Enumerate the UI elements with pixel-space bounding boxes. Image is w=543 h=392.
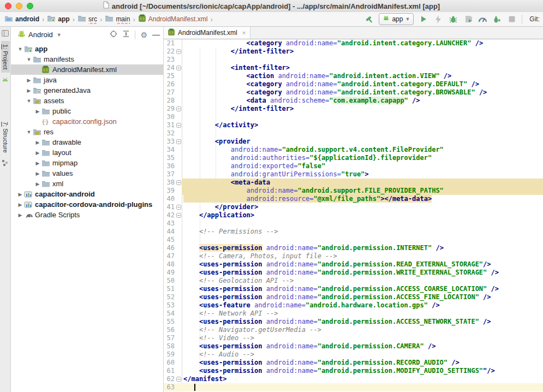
code-line-25[interactable]: 25 <action android:name="android.intent.…	[164, 72, 543, 80]
code-line-50[interactable]: 50 <!-- Geolocation API -->	[164, 277, 543, 285]
tree-item-res[interactable]: ▼res	[11, 127, 163, 137]
code-line-34[interactable]: 34 android:name="android.support.v4.cont…	[164, 146, 543, 154]
fold-marker-icon[interactable]	[175, 179, 182, 187]
code-line-60[interactable]: 60 <uses-permission android:name="androi…	[164, 359, 543, 367]
run-button[interactable]	[419, 14, 428, 24]
collapsed-arrow-icon[interactable]: ▶	[16, 192, 24, 197]
collapse-all-icon[interactable]	[122, 30, 130, 40]
close-tab-icon[interactable]: ×	[242, 29, 246, 36]
code-line-47[interactable]: 47 <!-- Camera, Photos, input file -->	[164, 252, 543, 260]
breadcrumb-item-androidmanifest-xml[interactable]: AndroidManifest.xml	[138, 14, 208, 24]
code-line-59[interactable]: 59 <!-- Audio -->	[164, 351, 543, 359]
code-line-37[interactable]: 37 android:grantUriPermissions="true">	[164, 170, 543, 179]
apply-changes-icon[interactable]	[433, 14, 443, 24]
code-line-49[interactable]: 49 <uses-permission android:name="androi…	[164, 269, 543, 277]
tree-item-capacitor-config-json[interactable]: {}capacitor.config.json	[11, 116, 163, 127]
code-line-62[interactable]: 62</manifest>	[164, 375, 543, 383]
attach-debugger-icon[interactable]	[492, 14, 502, 24]
code-line-35[interactable]: 35 android:authorities="${applicationId}…	[164, 154, 543, 162]
collapsed-arrow-icon[interactable]: ▶	[34, 171, 41, 176]
editor-tab-androidmanifest[interactable]: AndroidManifest.xml ×	[164, 27, 250, 39]
collapsed-arrow-icon[interactable]: ▶	[34, 161, 41, 166]
breadcrumb-item-main[interactable]: main	[105, 15, 130, 23]
git-branch-label[interactable]: Git:	[529, 15, 540, 23]
code-line-21[interactable]: 21 <category android:name="android.inten…	[164, 39, 543, 47]
collapsed-arrow-icon[interactable]: ▶	[25, 88, 33, 93]
tree-item-generatedjava[interactable]: ▶generatedJava	[11, 85, 163, 96]
tree-item-capacitor-android[interactable]: ▶capacitor-android	[11, 189, 163, 199]
fold-marker-icon[interactable]	[175, 105, 182, 113]
code-editor[interactable]: 21 <category android:name="android.inten…	[164, 39, 543, 392]
collapsed-arrow-icon[interactable]: ▶	[16, 212, 24, 218]
code-line-56[interactable]: 56 <!-- Navigator.getUserMedia -->	[164, 326, 543, 334]
code-line-48[interactable]: 48 <uses-permission android:name="androi…	[164, 260, 543, 269]
stop-button[interactable]	[507, 14, 517, 24]
tree-item-assets[interactable]: ▼assets	[11, 96, 163, 106]
code-line-24[interactable]: 24 <intent-filter>	[164, 64, 543, 72]
code-line-41[interactable]: 41 </provider>	[164, 203, 543, 211]
collapsed-arrow-icon[interactable]: ▶	[25, 78, 33, 83]
code-line-43[interactable]: 43	[164, 219, 543, 228]
expanded-arrow-icon[interactable]: ▼	[25, 129, 33, 135]
code-line-30[interactable]: 30	[164, 113, 543, 121]
gear-icon[interactable]: ⚙	[140, 31, 147, 39]
tree-item-layout[interactable]: ▶layout	[11, 147, 163, 158]
code-line-55[interactable]: 55 <uses-permission android:name="androi…	[164, 318, 543, 326]
tree-item-gradle-scripts[interactable]: ▶Gradle Scripts	[11, 210, 163, 220]
breadcrumb-item-app[interactable]: app	[47, 15, 69, 23]
code-line-54[interactable]: 54 <!-- Network API -->	[164, 310, 543, 318]
tree-item-public[interactable]: ▶public	[11, 106, 163, 116]
code-line-29[interactable]: 29 </intent-filter>	[164, 105, 543, 113]
code-line-22[interactable]: 22 </intent-filter>	[164, 47, 543, 56]
code-line-44[interactable]: 44 <!-- Permissions -->	[164, 228, 543, 236]
code-line-42[interactable]: 42 </application>	[164, 211, 543, 219]
breadcrumb-item-android[interactable]: android	[4, 15, 39, 23]
fold-marker-icon[interactable]	[175, 47, 182, 56]
hide-panel-icon[interactable]: —	[152, 31, 160, 39]
locate-file-icon[interactable]	[110, 30, 117, 40]
window-layout-icon[interactable]	[2, 29, 9, 39]
code-line-32[interactable]: 32	[164, 129, 543, 138]
fold-marker-icon[interactable]	[175, 64, 182, 72]
code-line-46[interactable]: 46 <uses-permission android:name="androi…	[164, 244, 543, 252]
run-with-coverage-icon[interactable]	[463, 14, 473, 24]
collapsed-arrow-icon[interactable]: ▶	[34, 150, 41, 156]
code-line-40[interactable]: 40 android:resource="@xml/file_paths"></…	[164, 195, 543, 203]
tool-window-tab-structure[interactable]: 7: Structure	[1, 118, 10, 156]
minimize-window-button[interactable]	[16, 3, 22, 9]
tree-item-app[interactable]: ▼app	[11, 44, 163, 54]
code-line-52[interactable]: 52 <uses-permission android:name="androi…	[164, 293, 543, 301]
collapsed-arrow-icon[interactable]: ▶	[34, 109, 41, 114]
collapsed-arrow-icon[interactable]: ▶	[34, 181, 41, 187]
tree-item-xml[interactable]: ▶xml	[11, 179, 163, 189]
tree-item-manifests[interactable]: ▼manifests	[11, 54, 163, 64]
tree-item-capacitor-cordova-android-plugins[interactable]: ▶capacitor-cordova-android-plugins	[11, 199, 163, 210]
fold-marker-icon[interactable]	[175, 203, 182, 211]
code-line-57[interactable]: 57 <!-- Video -->	[164, 334, 543, 342]
tool-window-tab-project[interactable]: 1: Project	[1, 41, 10, 73]
code-line-61[interactable]: 61 <uses-permission android:name="androi…	[164, 367, 543, 375]
code-line-51[interactable]: 51 <uses-permission android:name="androi…	[164, 285, 543, 293]
fold-marker-icon[interactable]	[175, 138, 182, 146]
code-line-45[interactable]: 45	[164, 236, 543, 244]
expanded-arrow-icon[interactable]: ▼	[25, 57, 33, 62]
zoom-window-button[interactable]	[27, 3, 33, 9]
code-line-26[interactable]: 26 <category android:name="android.inten…	[164, 80, 543, 88]
code-line-28[interactable]: 28 <data android:scheme="com.example.cap…	[164, 97, 543, 105]
fold-marker-icon[interactable]	[175, 211, 182, 219]
breadcrumb-item-src[interactable]: src	[77, 15, 97, 23]
tree-item-values[interactable]: ▶values	[11, 168, 163, 179]
debug-button[interactable]	[448, 14, 458, 24]
tree-item-androidmanifest-xml[interactable]: AndroidManifest.xml	[11, 64, 163, 75]
collapsed-arrow-icon[interactable]: ▶	[34, 140, 41, 145]
build-hammer-icon[interactable]	[364, 14, 374, 24]
android-head-icon[interactable]	[2, 75, 9, 85]
project-view-dropdown[interactable]: Android ▼	[17, 30, 62, 40]
code-line-39[interactable]: 39 android:name="android.support.FILE_PR…	[164, 187, 543, 195]
code-line-33[interactable]: 33 <provider	[164, 138, 543, 146]
close-window-button[interactable]	[5, 3, 11, 9]
code-line-27[interactable]: 27 <category android:name="android.inten…	[164, 88, 543, 97]
code-line-38[interactable]: 38 <meta-data	[164, 179, 543, 187]
run-configuration-dropdown[interactable]: app ▼	[379, 13, 414, 25]
collapsed-arrow-icon[interactable]: ▶	[16, 202, 24, 207]
